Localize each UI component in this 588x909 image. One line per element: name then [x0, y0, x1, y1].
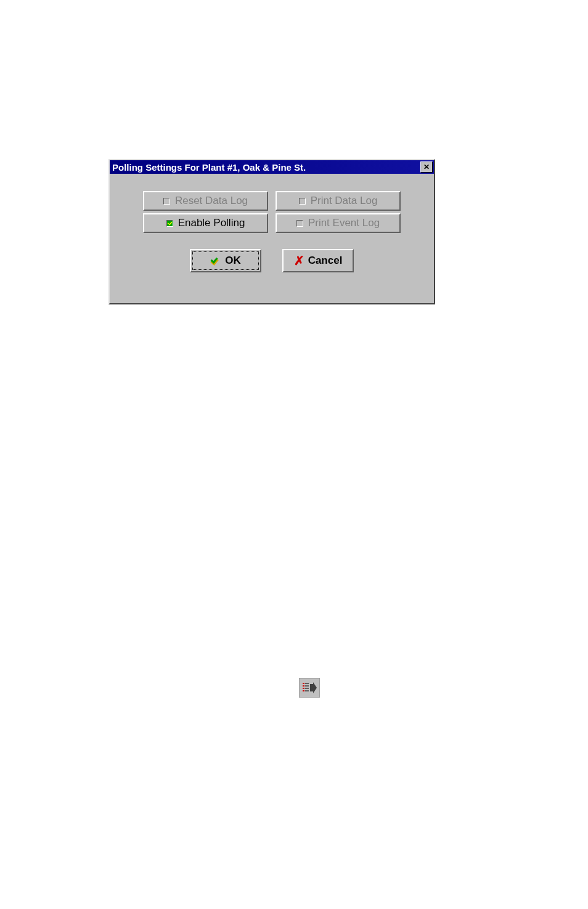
- dialog-body: Reset Data Log Print Data Log Enable Pol…: [110, 174, 434, 283]
- svg-rect-7: [305, 690, 309, 691]
- list-arrow-icon: [302, 682, 317, 694]
- check-icon: [210, 255, 221, 266]
- checkbox-icon: [299, 198, 306, 205]
- print-event-log-button[interactable]: Print Event Log: [276, 213, 401, 233]
- print-event-log-label: Print Event Log: [308, 217, 380, 229]
- close-icon: ✕: [423, 163, 430, 171]
- ok-button[interactable]: OK: [190, 249, 261, 272]
- print-data-log-label: Print Data Log: [311, 195, 378, 207]
- cancel-label: Cancel: [308, 255, 343, 267]
- ok-label: OK: [225, 255, 241, 267]
- svg-rect-4: [303, 688, 304, 689]
- dialog-title: Polling Settings For Plant #1, Oak & Pin…: [112, 162, 306, 173]
- svg-rect-5: [305, 688, 309, 689]
- options-grid: Reset Data Log Print Data Log Enable Pol…: [143, 191, 401, 233]
- reset-data-log-label: Reset Data Log: [175, 195, 248, 207]
- cancel-button[interactable]: ✗ Cancel: [282, 249, 354, 272]
- svg-rect-1: [305, 683, 309, 684]
- reset-data-log-button[interactable]: Reset Data Log: [143, 191, 268, 211]
- svg-rect-6: [303, 690, 304, 691]
- action-row: OK ✗ Cancel: [143, 249, 401, 272]
- poll-icon[interactable]: [299, 678, 320, 698]
- print-data-log-button[interactable]: Print Data Log: [276, 191, 401, 211]
- close-button[interactable]: ✕: [420, 161, 433, 173]
- svg-rect-0: [303, 683, 304, 684]
- polling-settings-dialog: Polling Settings For Plant #1, Oak & Pin…: [108, 159, 435, 304]
- checkbox-checked-icon: [166, 220, 173, 227]
- checkbox-icon: [296, 220, 303, 227]
- svg-rect-3: [305, 685, 309, 687]
- x-icon: ✗: [294, 255, 304, 267]
- checkbox-icon: [163, 198, 170, 205]
- enable-polling-button[interactable]: Enable Polling: [143, 213, 268, 233]
- titlebar: Polling Settings For Plant #1, Oak & Pin…: [110, 160, 434, 174]
- enable-polling-label: Enable Polling: [178, 217, 245, 229]
- svg-rect-2: [303, 685, 304, 687]
